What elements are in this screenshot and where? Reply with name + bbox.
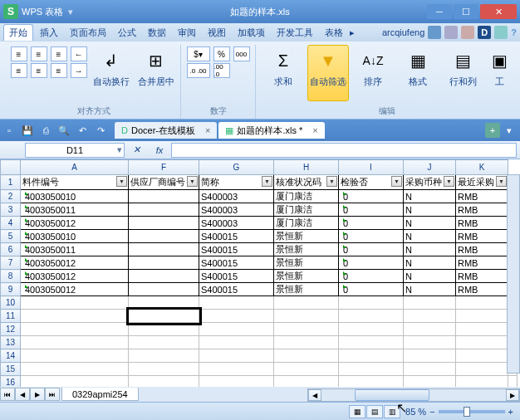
menu-insert[interactable]: 插入 — [35, 25, 63, 41]
cell[interactable] — [274, 323, 339, 336]
cell[interactable] — [129, 349, 199, 363]
filter-dropdown-icon[interactable]: ▼ — [326, 176, 337, 187]
cell[interactable] — [339, 349, 404, 363]
col-header[interactable]: I — [339, 160, 404, 175]
cell[interactable] — [456, 349, 508, 363]
cell[interactable] — [339, 376, 404, 388]
cell[interactable]: 4003050012 — [21, 283, 129, 296]
cell[interactable]: S400015 — [199, 243, 274, 256]
cell[interactable] — [21, 323, 129, 336]
name-box[interactable]: D11 ▾ — [25, 143, 125, 158]
filter-header[interactable]: 简称▼ — [199, 175, 274, 190]
zoom-in-icon[interactable]: + — [508, 407, 513, 417]
sheet-tab[interactable]: 0329apmi254 — [61, 388, 139, 401]
cell[interactable]: RMB — [456, 256, 508, 270]
cell[interactable]: RMB — [456, 217, 508, 230]
scroll-thumb[interactable] — [355, 389, 429, 401]
close-tab-icon[interactable]: × — [312, 125, 317, 135]
close-button[interactable]: ✕ — [480, 4, 517, 19]
cell[interactable] — [456, 363, 508, 376]
cell[interactable] — [404, 336, 456, 349]
rowcol-button[interactable]: ▤ 行和列 — [442, 45, 483, 101]
scroll-right-icon[interactable]: ▶ — [506, 389, 519, 401]
zoom-out-icon[interactable]: − — [429, 407, 434, 417]
view-break-icon[interactable]: ▥ — [384, 405, 400, 418]
cell[interactable]: N — [404, 256, 456, 270]
menu-start[interactable]: 开始 — [3, 24, 33, 41]
cell[interactable] — [339, 310, 404, 323]
cell[interactable]: 厦门康洁 — [274, 203, 339, 217]
cell[interactable]: S400015 — [199, 283, 274, 296]
filter-dropdown-icon[interactable]: ▼ — [187, 176, 198, 187]
user-icon-1[interactable] — [428, 26, 441, 39]
save-icon[interactable]: 💾 — [20, 123, 35, 138]
qat-dropdown-icon[interactable]: ▾ — [68, 7, 73, 17]
undo-icon[interactable]: ↶ — [75, 123, 90, 138]
cell[interactable]: RMB — [456, 283, 508, 296]
sheet-first-icon[interactable]: ⏮ — [0, 388, 15, 401]
row-header[interactable]: 4 — [1, 217, 21, 230]
cell[interactable] — [21, 296, 129, 310]
row-header[interactable]: 5 — [1, 230, 21, 243]
cell[interactable] — [274, 336, 339, 349]
menu-layout[interactable]: 页面布局 — [65, 25, 111, 41]
cell[interactable]: 4003050012 — [21, 217, 129, 230]
cell[interactable] — [404, 363, 456, 376]
help-icon[interactable]: ? — [511, 27, 517, 37]
cell[interactable] — [339, 336, 404, 349]
cell[interactable] — [274, 296, 339, 310]
row-header[interactable]: 2 — [1, 190, 21, 203]
align-left2-icon[interactable]: ≡ — [11, 63, 27, 78]
cell[interactable] — [339, 363, 404, 376]
add-tab-icon[interactable]: + — [485, 123, 500, 138]
row-header[interactable]: 3 — [1, 203, 21, 217]
cell[interactable]: 景恒新 — [274, 256, 339, 270]
cell[interactable]: 0 — [339, 243, 404, 256]
cell[interactable] — [129, 336, 199, 349]
preview-icon[interactable]: 🔍 — [56, 123, 71, 138]
row-header[interactable]: 1 — [1, 175, 21, 190]
cell[interactable]: N — [404, 243, 456, 256]
cell[interactable]: N — [404, 230, 456, 243]
sheet-prev-icon[interactable]: ◀ — [15, 388, 30, 401]
cell[interactable] — [404, 323, 456, 336]
row-header[interactable]: 13 — [1, 336, 21, 349]
filter-header[interactable]: 供应厂商编号▼ — [129, 175, 199, 190]
col-header[interactable]: J — [404, 160, 456, 175]
cell[interactable]: 景恒新 — [274, 270, 339, 283]
row-header[interactable]: 16 — [1, 376, 21, 388]
filter-dropdown-icon[interactable]: ▼ — [262, 176, 272, 187]
horizontal-scrollbar[interactable]: ◀ ▶ — [307, 388, 520, 402]
filter-button[interactable]: ▼ 自动筛选 — [307, 45, 349, 101]
cell[interactable]: 0 — [339, 203, 404, 217]
cell[interactable] — [21, 336, 129, 349]
filter-header[interactable]: 采购币种▼ — [404, 175, 456, 190]
cell[interactable]: RMB — [456, 270, 508, 283]
col-header[interactable]: G — [199, 160, 274, 175]
row-header[interactable]: 8 — [1, 270, 21, 283]
cell[interactable]: 0 — [339, 270, 404, 283]
skin-icon[interactable] — [494, 26, 508, 39]
row-header[interactable]: 7 — [1, 256, 21, 270]
sheet-next-icon[interactable]: ▶ — [30, 388, 45, 401]
filter-header[interactable]: 核准状况码▼ — [274, 175, 339, 190]
menu-formula[interactable]: 公式 — [113, 25, 141, 41]
cell[interactable] — [199, 310, 274, 323]
tab-list-icon[interactable]: ▾ — [502, 123, 517, 138]
col-header[interactable]: A — [21, 160, 129, 175]
merge-button[interactable]: ⊞ 合并居中 — [135, 45, 177, 101]
cell[interactable]: 0 — [339, 283, 404, 296]
zoom-label[interactable]: 85 % — [405, 407, 426, 417]
cell[interactable]: N — [404, 190, 456, 203]
col-header[interactable]: F — [129, 160, 199, 175]
cell[interactable]: S400015 — [199, 256, 274, 270]
cell[interactable] — [339, 296, 404, 310]
row-header[interactable]: 9 — [1, 283, 21, 296]
filter-header[interactable]: 检验否▼ — [339, 175, 404, 190]
indent-inc-icon[interactable]: → — [71, 63, 87, 78]
filter-header[interactable]: 最近采购▼ — [456, 175, 508, 190]
cell[interactable] — [199, 349, 274, 363]
filter-header[interactable]: 料件编号▼ — [21, 175, 129, 190]
cell[interactable]: 景恒新 — [274, 230, 339, 243]
cell[interactable] — [339, 323, 404, 336]
